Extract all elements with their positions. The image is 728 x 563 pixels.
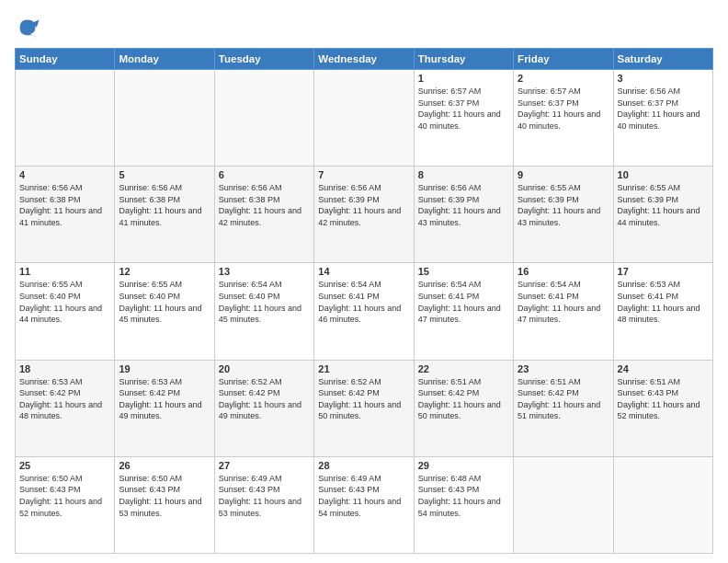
calendar-cell [115,70,214,167]
calendar-cell: 14Sunrise: 6:54 AMSunset: 6:41 PMDayligh… [314,263,414,360]
calendar-cell: 9Sunrise: 6:55 AMSunset: 6:39 PMDaylight… [514,167,613,263]
calendar-cell: 16Sunrise: 6:54 AMSunset: 6:41 PMDayligh… [514,263,613,360]
day-number: 28 [318,460,409,471]
calendar-cell: 23Sunrise: 6:51 AMSunset: 6:42 PMDayligh… [514,360,613,456]
day-number: 15 [418,266,509,277]
day-info: Sunrise: 6:51 AMSunset: 6:42 PMDaylight:… [418,376,509,422]
day-info: Sunrise: 6:57 AMSunset: 6:37 PMDaylight:… [518,86,609,132]
calendar-cell [314,70,414,167]
calendar-cell [16,70,115,167]
day-info: Sunrise: 6:54 AMSunset: 6:41 PMDaylight:… [418,279,509,325]
week-row-3: 18Sunrise: 6:53 AMSunset: 6:42 PMDayligh… [16,360,713,456]
day-info: Sunrise: 6:49 AMSunset: 6:43 PMDaylight:… [219,473,310,519]
day-info: Sunrise: 6:56 AMSunset: 6:38 PMDaylight:… [219,182,310,228]
day-info: Sunrise: 6:53 AMSunset: 6:42 PMDaylight:… [19,376,110,422]
day-info: Sunrise: 6:55 AMSunset: 6:39 PMDaylight:… [518,182,609,228]
calendar-cell: 3Sunrise: 6:56 AMSunset: 6:37 PMDaylight… [613,70,712,167]
day-info: Sunrise: 6:54 AMSunset: 6:41 PMDaylight:… [518,279,609,325]
day-header-wednesday: Wednesday [314,49,414,70]
week-row-2: 11Sunrise: 6:55 AMSunset: 6:40 PMDayligh… [16,263,713,360]
calendar-header-row: SundayMondayTuesdayWednesdayThursdayFrid… [16,49,713,70]
day-number: 4 [19,169,110,180]
day-header-thursday: Thursday [414,49,513,70]
calendar-cell: 27Sunrise: 6:49 AMSunset: 6:43 PMDayligh… [214,456,313,553]
calendar-cell: 18Sunrise: 6:53 AMSunset: 6:42 PMDayligh… [16,360,115,456]
calendar-cell: 17Sunrise: 6:53 AMSunset: 6:41 PMDayligh… [613,263,712,360]
calendar-cell: 15Sunrise: 6:54 AMSunset: 6:41 PMDayligh… [414,263,513,360]
calendar-cell: 12Sunrise: 6:55 AMSunset: 6:40 PMDayligh… [115,263,214,360]
calendar-cell: 26Sunrise: 6:50 AMSunset: 6:43 PMDayligh… [115,456,214,553]
header [15,15,713,40]
day-info: Sunrise: 6:49 AMSunset: 6:43 PMDaylight:… [318,473,409,519]
calendar-cell: 19Sunrise: 6:53 AMSunset: 6:42 PMDayligh… [115,360,214,456]
day-header-friday: Friday [514,49,613,70]
day-info: Sunrise: 6:55 AMSunset: 6:40 PMDaylight:… [19,279,110,325]
day-info: Sunrise: 6:56 AMSunset: 6:39 PMDaylight:… [318,182,409,228]
day-number: 7 [318,169,409,180]
logo-icon [15,15,40,40]
day-number: 27 [219,460,310,471]
calendar-cell: 13Sunrise: 6:54 AMSunset: 6:40 PMDayligh… [214,263,313,360]
day-number: 18 [19,363,110,374]
day-info: Sunrise: 6:52 AMSunset: 6:42 PMDaylight:… [318,376,409,422]
day-number: 29 [418,460,509,471]
day-number: 22 [418,363,509,374]
calendar-cell: 6Sunrise: 6:56 AMSunset: 6:38 PMDaylight… [214,167,313,263]
day-info: Sunrise: 6:54 AMSunset: 6:41 PMDaylight:… [318,279,409,325]
day-number: 3 [618,73,709,84]
day-number: 10 [618,169,709,180]
calendar-cell: 25Sunrise: 6:50 AMSunset: 6:43 PMDayligh… [16,456,115,553]
day-number: 6 [219,169,310,180]
day-number: 19 [119,363,210,374]
day-number: 26 [119,460,210,471]
calendar-cell [514,456,613,553]
day-number: 21 [318,363,409,374]
day-number: 23 [518,363,609,374]
calendar-table: SundayMondayTuesdayWednesdayThursdayFrid… [15,48,713,554]
day-number: 8 [418,169,509,180]
calendar-cell: 24Sunrise: 6:51 AMSunset: 6:43 PMDayligh… [613,360,712,456]
day-info: Sunrise: 6:52 AMSunset: 6:42 PMDaylight:… [219,376,310,422]
day-info: Sunrise: 6:55 AMSunset: 6:39 PMDaylight:… [618,182,709,228]
week-row-0: 1Sunrise: 6:57 AMSunset: 6:37 PMDaylight… [16,70,713,167]
day-number: 12 [119,266,210,277]
calendar-cell: 4Sunrise: 6:56 AMSunset: 6:38 PMDaylight… [16,167,115,263]
calendar-cell: 10Sunrise: 6:55 AMSunset: 6:39 PMDayligh… [613,167,712,263]
calendar-cell: 22Sunrise: 6:51 AMSunset: 6:42 PMDayligh… [414,360,513,456]
day-info: Sunrise: 6:54 AMSunset: 6:40 PMDaylight:… [219,279,310,325]
day-info: Sunrise: 6:56 AMSunset: 6:38 PMDaylight:… [119,182,210,228]
day-number: 2 [518,73,609,84]
week-row-4: 25Sunrise: 6:50 AMSunset: 6:43 PMDayligh… [16,456,713,553]
day-number: 5 [119,169,210,180]
day-info: Sunrise: 6:50 AMSunset: 6:43 PMDaylight:… [19,473,110,519]
calendar-cell: 1Sunrise: 6:57 AMSunset: 6:37 PMDaylight… [414,70,513,167]
day-info: Sunrise: 6:48 AMSunset: 6:43 PMDaylight:… [418,473,509,519]
day-info: Sunrise: 6:53 AMSunset: 6:42 PMDaylight:… [119,376,210,422]
week-row-1: 4Sunrise: 6:56 AMSunset: 6:38 PMDaylight… [16,167,713,263]
day-info: Sunrise: 6:51 AMSunset: 6:43 PMDaylight:… [618,376,709,422]
calendar-cell: 20Sunrise: 6:52 AMSunset: 6:42 PMDayligh… [214,360,313,456]
day-info: Sunrise: 6:56 AMSunset: 6:37 PMDaylight:… [618,86,709,132]
day-info: Sunrise: 6:53 AMSunset: 6:41 PMDaylight:… [618,279,709,325]
day-number: 20 [219,363,310,374]
calendar-cell: 29Sunrise: 6:48 AMSunset: 6:43 PMDayligh… [414,456,513,553]
calendar-cell: 8Sunrise: 6:56 AMSunset: 6:39 PMDaylight… [414,167,513,263]
day-number: 11 [19,266,110,277]
calendar-cell: 5Sunrise: 6:56 AMSunset: 6:38 PMDaylight… [115,167,214,263]
calendar-cell: 28Sunrise: 6:49 AMSunset: 6:43 PMDayligh… [314,456,414,553]
day-info: Sunrise: 6:56 AMSunset: 6:38 PMDaylight:… [19,182,110,228]
day-number: 17 [618,266,709,277]
day-info: Sunrise: 6:50 AMSunset: 6:43 PMDaylight:… [119,473,210,519]
calendar-cell: 21Sunrise: 6:52 AMSunset: 6:42 PMDayligh… [314,360,414,456]
day-number: 24 [618,363,709,374]
day-header-saturday: Saturday [613,49,712,70]
calendar-cell: 2Sunrise: 6:57 AMSunset: 6:37 PMDaylight… [514,70,613,167]
day-header-tuesday: Tuesday [214,49,313,70]
calendar-cell [214,70,313,167]
logo [15,15,44,40]
calendar-cell [613,456,712,553]
page: SundayMondayTuesdayWednesdayThursdayFrid… [0,0,728,563]
day-header-sunday: Sunday [16,49,115,70]
day-info: Sunrise: 6:51 AMSunset: 6:42 PMDaylight:… [518,376,609,422]
day-number: 16 [518,266,609,277]
